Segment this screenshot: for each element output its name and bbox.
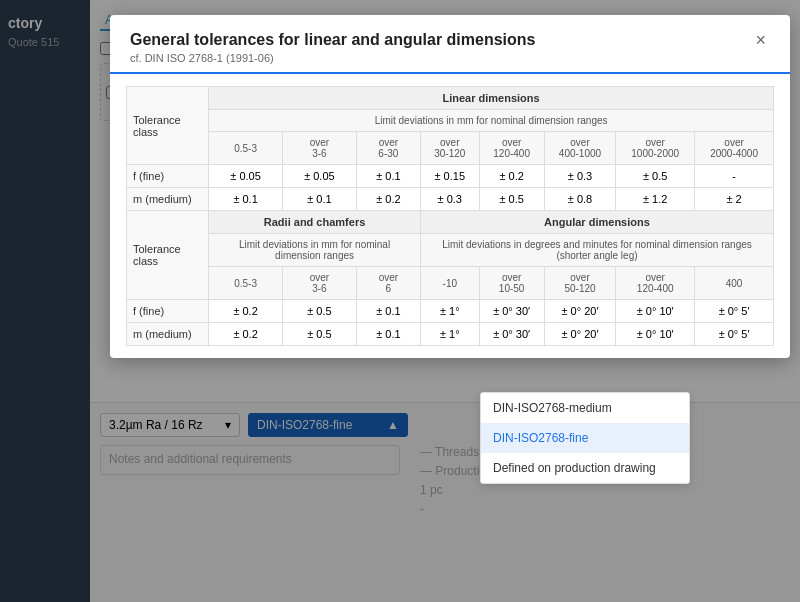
range-1: over3-6	[283, 132, 357, 165]
fine-linear-4: ± 0.2	[479, 165, 544, 188]
range-7: over2000-4000	[695, 132, 774, 165]
fine-linear-1: ± 0.05	[283, 165, 357, 188]
fine-ang-1: ± 0° 30′	[479, 300, 544, 323]
range-5: over400-1000	[544, 132, 616, 165]
ang-range-2: over50-120	[544, 267, 616, 300]
radii-range-0: 0.5-3	[209, 267, 283, 300]
fine-linear-7: -	[695, 165, 774, 188]
med-linear-1: ± 0.1	[283, 188, 357, 211]
dropdown-option-medium[interactable]: DIN-ISO2768-medium	[481, 393, 689, 423]
range-0: 0.5-3	[209, 132, 283, 165]
med-ang-2: ± 0° 20′	[544, 323, 616, 346]
med-ang-0: ± 1°	[420, 323, 479, 346]
fine-label: f (fine)	[127, 165, 209, 188]
med-radii-2: ± 0.1	[356, 323, 420, 346]
radii-header: Radii and chamfers	[209, 211, 421, 234]
radii-limit-dev: Limit deviations in mm for nominal dimen…	[209, 234, 421, 267]
range-4: over120-400	[479, 132, 544, 165]
range-3: over30-120	[420, 132, 479, 165]
range-2: over6-30	[356, 132, 420, 165]
ang-range-0: -10	[420, 267, 479, 300]
fine-ang-3: ± 0° 10′	[616, 300, 695, 323]
fine-label-2: f (fine)	[127, 300, 209, 323]
range-6: over1000-2000	[616, 132, 695, 165]
angular-header: Angular dimensions	[420, 211, 773, 234]
modal-close-button[interactable]: ×	[751, 31, 770, 49]
med-radii-0: ± 0.2	[209, 323, 283, 346]
tolerance-dropdown: DIN-ISO2768-medium DIN-ISO2768-fine Defi…	[480, 392, 690, 484]
tolerance-class-label-2: Tolerance class	[127, 211, 209, 300]
radii-range-2: over6	[356, 267, 420, 300]
medium-label: m (medium)	[127, 188, 209, 211]
fine-ang-4: ± 0° 5′	[695, 300, 774, 323]
fine-ang-0: ± 1°	[420, 300, 479, 323]
ang-range-3: over120-400	[616, 267, 695, 300]
angular-limit-dev: Limit deviations in degrees and minutes …	[420, 234, 773, 267]
med-radii-1: ± 0.5	[283, 323, 357, 346]
fine-linear-0: ± 0.05	[209, 165, 283, 188]
modal-title: General tolerances for linear and angula…	[130, 31, 535, 49]
med-ang-3: ± 0° 10′	[616, 323, 695, 346]
med-linear-0: ± 0.1	[209, 188, 283, 211]
fine-ang-2: ± 0° 20′	[544, 300, 616, 323]
modal-body: Tolerance class Linear dimensions Limit …	[110, 74, 790, 358]
fine-radii-2: ± 0.1	[356, 300, 420, 323]
med-linear-4: ± 0.5	[479, 188, 544, 211]
med-linear-3: ± 0.3	[420, 188, 479, 211]
med-linear-2: ± 0.2	[356, 188, 420, 211]
med-linear-5: ± 0.8	[544, 188, 616, 211]
fine-radii-0: ± 0.2	[209, 300, 283, 323]
fine-linear-5: ± 0.3	[544, 165, 616, 188]
fine-linear-3: ± 0.15	[420, 165, 479, 188]
med-ang-4: ± 0° 5′	[695, 323, 774, 346]
tolerance-class-label: Tolerance class	[127, 87, 209, 165]
fine-linear-6: ± 0.5	[616, 165, 695, 188]
ang-range-4: 400	[695, 267, 774, 300]
dropdown-option-fine[interactable]: DIN-ISO2768-fine	[481, 423, 689, 453]
med-linear-7: ± 2	[695, 188, 774, 211]
tolerance-table: Tolerance class Linear dimensions Limit …	[126, 86, 774, 346]
fine-radii-1: ± 0.5	[283, 300, 357, 323]
med-ang-1: ± 0° 30′	[479, 323, 544, 346]
radii-range-1: over3-6	[283, 267, 357, 300]
ang-range-1: over10-50	[479, 267, 544, 300]
linear-header: Linear dimensions	[209, 87, 774, 110]
med-linear-6: ± 1.2	[616, 188, 695, 211]
fine-linear-2: ± 0.1	[356, 165, 420, 188]
tolerance-modal: General tolerances for linear and angula…	[110, 15, 790, 358]
dropdown-option-production[interactable]: Defined on production drawing	[481, 453, 689, 483]
modal-header: General tolerances for linear and angula…	[110, 15, 790, 74]
medium-label-2: m (medium)	[127, 323, 209, 346]
linear-limit-dev: Limit deviations in mm for nominal dimen…	[209, 110, 774, 132]
modal-subtitle: cf. DIN ISO 2768-1 (1991-06)	[130, 52, 535, 64]
